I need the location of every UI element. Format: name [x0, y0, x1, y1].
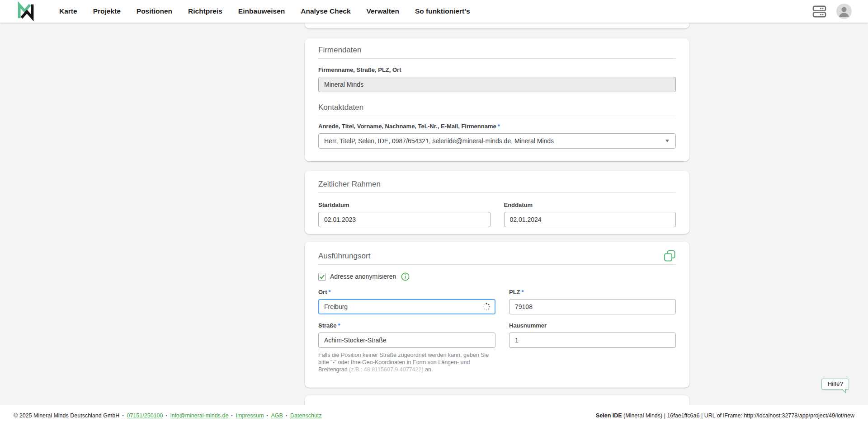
strasse-field: Straße* Falls die Position keiner Straße… [318, 323, 495, 373]
separator-dot: · [122, 412, 124, 419]
strasse-hint: Falls die Position keiner Straße zugeord… [318, 351, 495, 373]
contact-select-value: Herr, TitelP, Selen, IDE, 0987/654321, s… [324, 137, 554, 145]
section-title-ausfuehrungsort: Ausführungsort [318, 252, 370, 261]
footer-link-email[interactable]: info@mineral-minds.de [170, 412, 229, 419]
required-marker: * [329, 289, 331, 295]
separator-dot: · [231, 412, 233, 419]
nav-item-karte[interactable]: Karte [59, 7, 77, 15]
ort-field: Ort* [318, 289, 495, 314]
divider [318, 264, 676, 265]
divider [318, 192, 676, 193]
enddatum-label: Enddatum [504, 202, 676, 208]
separator-dot: · [165, 412, 167, 419]
card-firmendaten: Firmendaten Firmenname, Straße, PLZ, Ort… [305, 38, 689, 161]
strasse-label-text: Straße [318, 322, 336, 329]
footer: © 2025 Mineral Minds Deutschland GmbH · … [0, 405, 868, 426]
plz-field: PLZ* [509, 289, 676, 314]
loading-spinner-icon [482, 302, 491, 311]
nav-item-projekte[interactable]: Projekte [93, 7, 121, 15]
contact-field-label-text: Anrede, Titel, Vorname, Nachname, Tel.-N… [318, 123, 496, 130]
plz-label-text: PLZ [509, 289, 520, 295]
strasse-label: Straße* [318, 323, 495, 329]
section-title-zeitlicher-rahmen: Zeitlicher Rahmen [318, 180, 676, 189]
card-zeitlicher-rahmen: Zeitlicher Rahmen Startdatum Enddatum [305, 171, 689, 234]
ort-label: Ort* [318, 289, 495, 295]
info-icon [401, 272, 410, 281]
copy-icon [664, 250, 676, 262]
anonymize-row: Adresse anonymisieren [318, 272, 676, 281]
help-button[interactable]: Hilfe? [821, 379, 849, 390]
main-navigation: Karte Projekte Positionen Richtpreis Ein… [59, 7, 470, 15]
form-column: Firmendaten Firmenname, Straße, PLZ, Ort… [305, 23, 689, 409]
enddatum-field: Enddatum [504, 202, 676, 227]
company-input[interactable] [318, 77, 676, 92]
copy-button[interactable] [664, 250, 676, 262]
nav-item-einbauweisen[interactable]: Einbauweisen [238, 7, 285, 15]
person-icon [836, 4, 852, 19]
status-line: Selen IDE (Mineral Minds) | 16fae1ffc6a6… [596, 412, 854, 419]
required-marker: * [498, 123, 500, 130]
nav-item-positionen[interactable]: Positionen [137, 7, 172, 15]
ort-label-text: Ort [318, 289, 327, 295]
info-button[interactable] [401, 272, 410, 281]
startdatum-field: Startdatum [318, 202, 491, 227]
nav-item-analyse-check[interactable]: Analyse Check [301, 7, 350, 15]
hausnummer-label: Hausnummer [509, 323, 676, 329]
ort-input[interactable] [318, 299, 495, 314]
divider [318, 116, 676, 116]
navbar-right-actions [812, 4, 852, 19]
footer-link-phone[interactable]: 07151/250100 [127, 412, 163, 419]
footer-link-agb[interactable]: AGB [271, 412, 283, 419]
footer-link-impressum[interactable]: Impressum [236, 412, 264, 419]
hausnummer-field: Hausnummer [509, 323, 676, 373]
card-partial-top [305, 23, 689, 28]
plz-label: PLZ* [509, 289, 676, 295]
server-rack-icon[interactable] [812, 5, 826, 18]
checkmark-icon [319, 274, 325, 280]
anonymize-checkbox[interactable] [318, 273, 326, 281]
card-ausfuehrungsort: Ausführungsort Adresse anonymisieren [305, 242, 689, 388]
divider [318, 58, 676, 59]
nav-item-verwalten[interactable]: Verwalten [367, 7, 399, 15]
startdatum-input[interactable] [318, 212, 491, 227]
strasse-input[interactable] [318, 332, 495, 348]
contact-field-label: Anrede, Titel, Vorname, Nachname, Tel.-N… [318, 123, 676, 130]
startdatum-label: Startdatum [318, 202, 491, 208]
nav-item-richtpreis[interactable]: Richtpreis [188, 7, 222, 15]
enddatum-input[interactable] [504, 212, 676, 227]
hausnummer-input[interactable] [509, 332, 676, 348]
top-navbar: Karte Projekte Positionen Richtpreis Ein… [0, 0, 868, 23]
footer-link-datenschutz[interactable]: Datenschutz [290, 412, 321, 419]
required-marker: * [522, 289, 524, 295]
footer-left: © 2025 Mineral Minds Deutschland GmbH · … [14, 412, 322, 419]
separator-dot: · [266, 412, 268, 419]
nav-item-so-funktionierts[interactable]: So funktioniert's [415, 7, 470, 15]
status-app-name: Selen IDE [596, 412, 622, 419]
anonymize-label[interactable]: Adresse anonymisieren [330, 273, 396, 280]
separator-dot: · [286, 412, 288, 419]
section-title-firmendaten: Firmendaten [318, 46, 676, 55]
hint-suffix: an. [424, 366, 433, 373]
hint-example: (z.B.: 48.8115607,9.4077422) [349, 366, 423, 373]
contact-select[interactable]: Herr, TitelP, Selen, IDE, 0987/654321, s… [318, 133, 676, 149]
chevron-down-icon [665, 140, 669, 142]
status-detail: (Mineral Minds) | 16fae1ffc6a6 | URL of … [622, 412, 854, 419]
plz-input[interactable] [509, 299, 676, 314]
user-avatar[interactable] [836, 4, 852, 19]
required-marker: * [338, 322, 340, 329]
section-title-kontaktdaten: Kontaktdaten [318, 103, 676, 112]
copyright-text: © 2025 Mineral Minds Deutschland GmbH [14, 412, 119, 419]
logo-icon [16, 1, 36, 21]
company-field-label: Firmenname, Straße, PLZ, Ort [318, 67, 676, 73]
mineral-minds-logo[interactable] [16, 1, 36, 21]
